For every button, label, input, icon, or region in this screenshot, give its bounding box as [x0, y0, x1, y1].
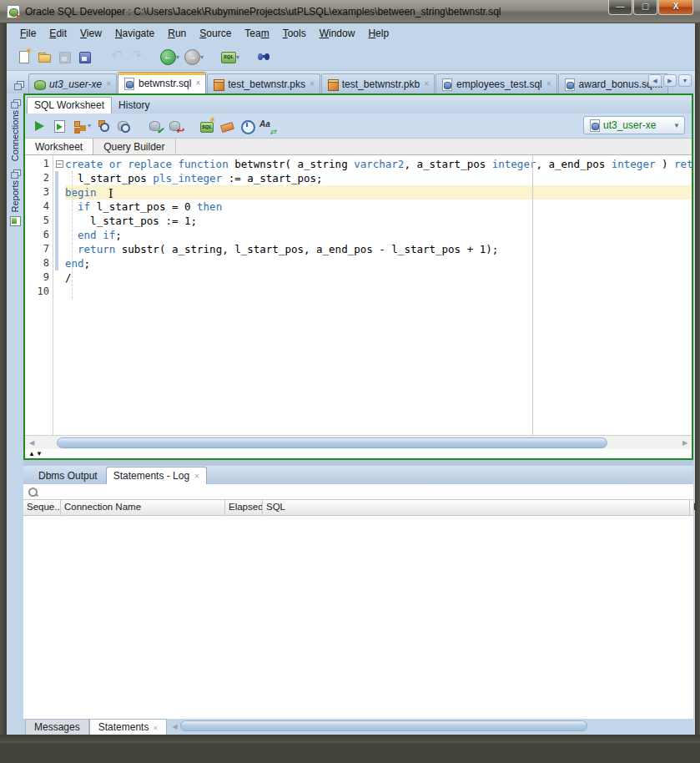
- commit-button[interactable]: [146, 117, 164, 135]
- line-number: 9: [25, 270, 49, 285]
- log-panel: Dbms Output Statements - Log× Seque...Co…: [23, 466, 693, 735]
- minimize-button[interactable]: —: [608, 0, 632, 15]
- redo-button[interactable]: [127, 48, 145, 66]
- log-filter-input[interactable]: [38, 485, 693, 498]
- history-button[interactable]: [238, 117, 256, 135]
- sidebar-tab-connections[interactable]: Connections: [10, 97, 20, 164]
- open-file-button[interactable]: [35, 48, 53, 66]
- undo-button[interactable]: [107, 48, 125, 66]
- scrollbar-thumb[interactable]: [57, 437, 607, 448]
- close-tab-icon[interactable]: ×: [195, 78, 200, 88]
- tab-statements[interactable]: Statements×: [89, 719, 167, 735]
- close-tab-icon[interactable]: ×: [424, 79, 429, 88]
- scrollbar-track[interactable]: [38, 437, 678, 448]
- tab-list-icon[interactable]: ▼: [678, 74, 692, 87]
- save-icon: [57, 49, 72, 64]
- close-tab-icon[interactable]: ×: [546, 79, 551, 88]
- menu-edit[interactable]: Edit: [43, 25, 73, 42]
- doc-tab-ut3-user-xe[interactable]: ut3_user-xe×: [28, 73, 117, 93]
- doc-tab-test-betwnstr-pkb[interactable]: test_betwnstr.pkb×: [321, 73, 435, 93]
- search-icon: [28, 488, 38, 497]
- connection-name: ut3_user-xe: [603, 119, 673, 131]
- run-script-icon: [52, 119, 67, 134]
- autotrace-button[interactable]: ▾: [70, 117, 93, 135]
- column-header-elapsed[interactable]: Elapsed: [225, 500, 263, 515]
- run-script-button[interactable]: [50, 117, 68, 135]
- save-button[interactable]: [55, 48, 73, 66]
- menu-tools[interactable]: Tools: [276, 25, 313, 42]
- connection-button[interactable]: ▾: [219, 48, 241, 66]
- explain-plan-button[interactable]: [94, 117, 113, 135]
- connection-selector[interactable]: ut3_user-xe ▼: [583, 116, 685, 134]
- line-number: 2: [25, 171, 49, 185]
- fold-collapse-icon[interactable]: −: [56, 160, 63, 168]
- column-header-connection-name[interactable]: Connection Name: [61, 500, 225, 515]
- tab-scroll-left-icon[interactable]: ◀: [648, 74, 662, 87]
- dropdown-arrow-icon[interactable]: ▾: [176, 53, 179, 61]
- dropdown-arrow-icon[interactable]: ▾: [236, 53, 239, 61]
- doc-tab-test-betwnstr-pks[interactable]: test_betwnstr.pks×: [207, 73, 320, 93]
- tab-messages[interactable]: Messages: [25, 719, 89, 735]
- unshared-button[interactable]: [198, 117, 216, 135]
- save-all-button[interactable]: [75, 48, 93, 66]
- tab-sql-worksheet[interactable]: SQL Worksheet: [27, 97, 112, 114]
- menu-view[interactable]: View: [73, 25, 108, 42]
- restore-windows-icon: [11, 99, 20, 108]
- dropdown-arrow-icon[interactable]: ▾: [200, 53, 204, 61]
- case-icon: [259, 119, 274, 134]
- editor-horizontal-scrollbar[interactable]: ◀ ▶: [25, 435, 692, 449]
- doc-tab-employees-test-sql[interactable]: employees_test.sql×: [436, 73, 557, 93]
- find-db-button[interactable]: [114, 117, 133, 135]
- close-tab-icon[interactable]: ×: [106, 79, 111, 88]
- menu-file[interactable]: File: [13, 25, 43, 42]
- menu-help[interactable]: Help: [361, 25, 395, 42]
- log-table-body[interactable]: [23, 516, 693, 719]
- menu-navigate[interactable]: Navigate: [108, 25, 161, 42]
- back-button[interactable]: ▾: [159, 48, 181, 66]
- find-button[interactable]: [254, 48, 273, 66]
- close-tab-icon[interactable]: ×: [194, 472, 199, 481]
- tab-statements-log[interactable]: Statements - Log×: [106, 467, 207, 484]
- splitter-collapse-strip[interactable]: ▲▼: [25, 449, 692, 458]
- tab-worksheet[interactable]: Worksheet: [25, 139, 93, 154]
- tab-query-builder[interactable]: Query Builder: [93, 139, 175, 154]
- panel-splitter[interactable]: [23, 460, 693, 466]
- dropdown-arrow-icon[interactable]: ▾: [88, 122, 91, 129]
- code-editor[interactable]: 12345678910 − I create or replace functi…: [25, 155, 692, 435]
- new-file-button[interactable]: [15, 48, 33, 66]
- restore-panes-button[interactable]: [8, 77, 28, 93]
- undo-icon: [108, 49, 123, 64]
- close-tab-icon[interactable]: ×: [153, 724, 157, 732]
- tab-scroll-right-icon[interactable]: ▶: [663, 74, 677, 87]
- title-bar: Oracle SQL Developer : C:\Users\Jacek\Ru…: [0, 0, 700, 23]
- scrollbar-thumb[interactable]: [180, 720, 587, 731]
- docked-panel-strip: Connections Reports: [7, 93, 23, 735]
- splitter-collapse-icons[interactable]: ▲▼: [28, 450, 43, 457]
- line-number: 10: [25, 285, 49, 299]
- log-tab-bar: Dbms Output Statements - Log×: [23, 466, 693, 484]
- close-tab-icon[interactable]: ×: [310, 79, 315, 88]
- column-header-seque-[interactable]: Seque...: [23, 500, 61, 515]
- menu-run[interactable]: Run: [161, 25, 193, 42]
- worksheet-toolbar: ▾ ut3_user-xe ▼: [25, 114, 692, 138]
- close-button[interactable]: X: [658, 0, 693, 15]
- log-horizontal-scrollbar[interactable]: ◀: [169, 720, 692, 732]
- scroll-left-icon[interactable]: ◀: [25, 439, 38, 447]
- rollback-button[interactable]: [166, 117, 184, 135]
- forward-button[interactable]: ▾: [183, 48, 205, 66]
- scroll-right-icon[interactable]: ▶: [678, 439, 692, 447]
- code-text-area[interactable]: I create or replace function betwnstr( a…: [65, 155, 692, 435]
- menu-team[interactable]: Team: [238, 25, 275, 42]
- run-statement-button[interactable]: [30, 117, 48, 135]
- tab-dbms-output[interactable]: Dbms Output: [30, 467, 106, 484]
- menu-window[interactable]: Window: [313, 25, 362, 42]
- sidebar-tab-reports[interactable]: Reports: [10, 167, 21, 229]
- column-header-sql[interactable]: SQL: [263, 500, 690, 515]
- maximize-button[interactable]: ▢: [633, 0, 657, 15]
- menu-source[interactable]: Source: [193, 25, 238, 42]
- clear-button[interactable]: [218, 117, 236, 135]
- doc-tab-betwnstr-sql[interactable]: betwnstr.sql×: [118, 72, 206, 93]
- text-ibeam-cursor: I: [108, 187, 113, 200]
- case-button[interactable]: [258, 117, 276, 135]
- tab-history[interactable]: History: [112, 98, 156, 114]
